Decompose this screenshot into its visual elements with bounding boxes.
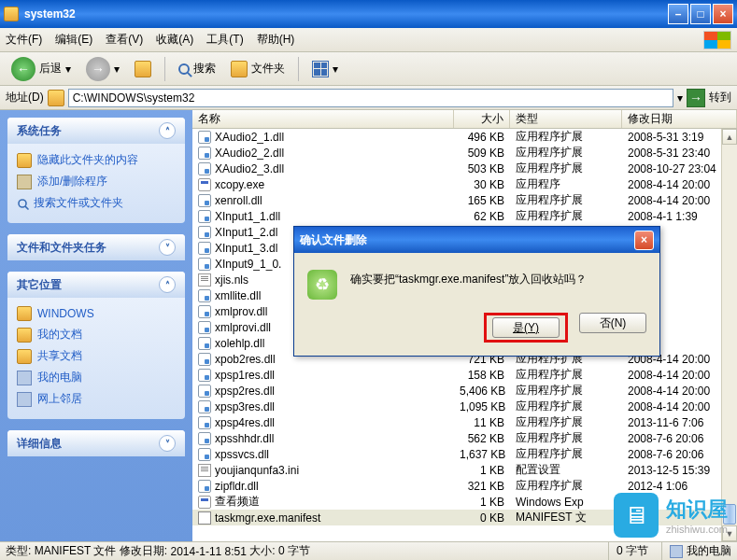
menu-edit[interactable]: 编辑(E) <box>55 32 92 48</box>
file-name: xpssvcs.dll <box>215 448 269 461</box>
file-row[interactable]: XAudio2_1.dll496 KB应用程序扩展2008-5-31 3:19 <box>192 129 737 145</box>
separator <box>298 57 299 81</box>
chevron-up-icon: ˄ <box>159 276 176 293</box>
dropdown-icon[interactable]: ▾ <box>677 91 683 105</box>
place-mydocs[interactable]: 我的文档 <box>17 324 176 345</box>
file-date: 2008-7-6 20:06 <box>622 432 737 445</box>
maximize-button[interactable]: □ <box>690 4 711 24</box>
col-size[interactable]: 大小 <box>454 110 510 128</box>
views-button[interactable]: ▾ <box>306 59 344 79</box>
back-button[interactable]: ← 后退 ▾ <box>6 55 77 83</box>
menu-file[interactable]: 文件(F) <box>6 32 42 48</box>
file-icon <box>198 369 211 382</box>
file-row[interactable]: xcopy.exe30 KB应用程序2008-4-14 20:00 <box>192 176 737 192</box>
file-row[interactable]: XInput1_1.dll62 KB应用程序扩展2008-4-1 1:39 <box>192 208 737 224</box>
task-add-remove[interactable]: 添加/删除程序 <box>17 171 176 192</box>
close-button[interactable]: × <box>713 4 733 24</box>
search-icon <box>18 199 27 208</box>
place-network[interactable]: 网上邻居 <box>17 388 176 410</box>
file-name: xpsp1res.dll <box>215 369 275 382</box>
menu-favorites[interactable]: 收藏(A) <box>156 32 193 48</box>
col-type[interactable]: 类型 <box>510 110 622 128</box>
file-name: xolehlp.dll <box>215 337 264 350</box>
watermark: 🖥 知识屋 zhishiwu.com <box>614 493 728 538</box>
place-windows[interactable]: WINDOWS <box>17 303 176 324</box>
panel-system-tasks: 系统任务 ˄ 隐藏此文件夹的内容 添加/删除程序 搜索文件或文件夹 <box>7 118 185 223</box>
file-date: 2008-4-14 20:00 <box>622 385 737 398</box>
go-label[interactable]: 转到 <box>709 90 731 105</box>
col-name[interactable]: 名称 <box>192 110 454 128</box>
file-name: xjis.nls <box>215 273 248 287</box>
search-icon <box>178 63 190 75</box>
dialog-title: 确认文件删除 <box>300 232 634 248</box>
file-row[interactable]: xpsp1res.dll158 KB应用程序扩展2008-4-14 20:00 <box>192 367 737 383</box>
folders-icon <box>231 61 248 77</box>
panel-header[interactable]: 详细信息 ˅ <box>7 430 185 456</box>
yes-button[interactable]: 是(Y) <box>492 317 560 338</box>
dialog-message: 确实要把“taskmgr.exe.manifest”放入回收站吗？ <box>350 270 646 300</box>
folders-button[interactable]: 文件夹 <box>225 59 291 79</box>
file-date: 2008-4-14 20:00 <box>622 369 737 382</box>
menu-view[interactable]: 查看(V) <box>106 32 143 48</box>
file-size: 321 KB <box>454 480 510 493</box>
file-icon <box>198 242 211 255</box>
file-name: taskmgr.exe.manifest <box>215 511 320 525</box>
scroll-up-icon[interactable]: ▲ <box>722 129 737 145</box>
file-row[interactable]: xpsp3res.dll1,095 KB应用程序扩展2008-4-14 20:0… <box>192 399 737 414</box>
file-row[interactable]: xpsshhdr.dll562 KB应用程序扩展2008-7-6 20:06 <box>192 430 737 446</box>
forward-button[interactable]: → ▾ <box>80 55 125 83</box>
file-name: xcopy.exe <box>215 178 264 191</box>
file-row[interactable]: XAudio2_3.dll503 KB应用程序扩展2008-10-27 23:0… <box>192 161 737 176</box>
dialog-titlebar: 确认文件删除 × <box>294 227 659 253</box>
address-input[interactable] <box>68 89 673 107</box>
confirm-delete-dialog: 确认文件删除 × ♻ 确实要把“taskmgr.exe.manifest”放入回… <box>293 226 660 357</box>
file-row[interactable]: xpsp4res.dll11 KB应用程序扩展2013-11-6 7:06 <box>192 414 737 430</box>
windows-logo-icon <box>703 31 731 49</box>
file-date: 2008-4-14 20:00 <box>622 194 737 207</box>
file-row[interactable]: zipfldr.dll321 KB应用程序扩展2012-4 1:06 <box>192 478 737 494</box>
col-date[interactable]: 修改日期 <box>622 110 737 128</box>
statusbar: 类型: MANIFEST 文件 修改日期: 2014-1-11 8:51 大小:… <box>0 541 737 560</box>
menu-tools[interactable]: 工具(T) <box>206 32 243 48</box>
file-size: 503 KB <box>454 162 510 175</box>
titlebar: system32 – □ × <box>0 0 737 28</box>
item-label: 添加/删除程序 <box>37 174 107 189</box>
panel-header[interactable]: 系统任务 ˄ <box>7 118 185 144</box>
minimize-button[interactable]: – <box>668 4 688 24</box>
task-search-files[interactable]: 搜索文件或文件夹 <box>17 192 176 214</box>
file-row[interactable]: xpssvcs.dll1,637 KB应用程序扩展2008-7-6 20:06 <box>192 446 737 462</box>
file-row[interactable]: youjianqunfa3.ini1 KB配置设置2013-12-5 15:39 <box>192 462 737 478</box>
file-icon <box>198 305 211 318</box>
file-date: 2008-10-27 23:04 <box>622 162 737 175</box>
file-size: 158 KB <box>454 369 510 382</box>
up-button[interactable] <box>129 59 157 79</box>
forward-arrow-icon: → <box>86 57 110 81</box>
place-shared[interactable]: 共享文档 <box>17 345 176 367</box>
file-date: 2012-4 1:06 <box>622 480 737 493</box>
place-mycomputer[interactable]: 我的电脑 <box>17 367 176 388</box>
file-size: 0 KB <box>454 511 510 525</box>
search-button[interactable]: 搜索 <box>173 59 221 78</box>
menu-help[interactable]: 帮助(H) <box>257 32 295 48</box>
vertical-scrollbar[interactable]: ▲ ▼ <box>721 129 737 541</box>
file-icon <box>198 273 211 287</box>
file-name: xmlprovi.dll <box>215 321 271 334</box>
file-name: xpsp3res.dll <box>215 400 275 413</box>
file-row[interactable]: xpsp2res.dll5,406 KB应用程序扩展2008-4-14 20:0… <box>192 383 737 399</box>
file-row[interactable]: xenroll.dll165 KB应用程序扩展2008-4-14 20:00 <box>192 192 737 208</box>
file-type: 应用程序扩展 <box>510 192 622 208</box>
file-date: 2013-12-5 15:39 <box>622 464 737 477</box>
file-row[interactable]: XAudio2_2.dll509 KB应用程序扩展2008-5-31 23:40 <box>192 145 737 161</box>
dialog-close-button[interactable]: × <box>634 231 654 250</box>
window-title: system32 <box>24 7 666 21</box>
chevron-up-icon: ˄ <box>159 122 176 139</box>
panel-header[interactable]: 其它位置 ˄ <box>7 272 185 298</box>
highlight-annotation: 是(Y) <box>484 313 568 343</box>
go-button[interactable]: → <box>687 89 705 107</box>
panel-header[interactable]: 文件和文件夹任务 ˅ <box>7 234 185 260</box>
file-name: xpsp4res.dll <box>215 416 275 429</box>
no-button[interactable]: 否(N) <box>579 313 646 333</box>
file-type: 应用程序扩展 <box>510 478 622 494</box>
task-hide-contents[interactable]: 隐藏此文件夹的内容 <box>17 149 176 171</box>
item-label: WINDOWS <box>37 307 94 320</box>
